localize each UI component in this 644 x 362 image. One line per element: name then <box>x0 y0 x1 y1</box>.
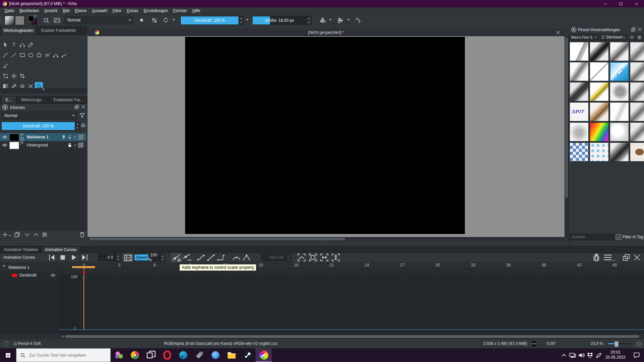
gradient-swatch-button[interactable] <box>5 16 14 25</box>
layer-blend-mode-combobox[interactable]: Normal <box>1 112 77 120</box>
brush-preset-5[interactable] <box>570 62 589 81</box>
menu-datei[interactable]: Datei <box>2 8 17 14</box>
brush-preset-23[interactable] <box>610 142 629 162</box>
docker-lock-icon[interactable] <box>2 104 8 110</box>
menu-ansicht[interactable]: Ansicht <box>42 8 60 14</box>
line-tool[interactable] <box>10 51 18 59</box>
animation-hscrollbar-handle[interactable] <box>65 335 639 338</box>
layer-alpha-icon[interactable]: α <box>72 142 78 148</box>
transform-tool[interactable] <box>1 72 9 80</box>
layer-lock-icon[interactable] <box>67 142 72 148</box>
task-view-app-button[interactable] <box>143 348 159 362</box>
edit-shapes-tool[interactable] <box>18 41 26 49</box>
timeline-ruler[interactable]: 0369121518212427303336394245 <box>60 262 644 268</box>
move-tool[interactable] <box>10 72 18 80</box>
preset-search-input[interactable] <box>570 234 614 240</box>
bezier-curve-tool[interactable] <box>52 51 60 59</box>
layer-alpha-lock-icon[interactable] <box>78 142 84 148</box>
tab-werkzeugkasten[interactable]: Werkzeugkasten <box>1 26 36 35</box>
keyframe-marker[interactable] <box>83 271 86 274</box>
reload-dropdown[interactable] <box>171 16 176 24</box>
presets-display-mode-button[interactable] <box>636 34 643 41</box>
brush-preset-18[interactable] <box>590 122 609 141</box>
monitor-icon[interactable] <box>569 352 576 359</box>
brush-preset-20[interactable] <box>630 122 644 141</box>
zoom-horizontal-button[interactable] <box>320 253 329 261</box>
polygon-tool[interactable] <box>35 51 43 59</box>
brush-preset-12[interactable] <box>630 82 644 101</box>
layer-alpha-icon[interactable]: α <box>72 134 78 140</box>
remove-keyframe-button[interactable] <box>182 253 192 261</box>
rotation-reset-icon[interactable] <box>530 340 538 348</box>
current-frame-spinner[interactable]: ▲▼ <box>115 254 121 262</box>
steam-app-button[interactable] <box>239 348 256 362</box>
move-layer-down-button[interactable] <box>24 232 30 238</box>
keyframe-track[interactable] <box>60 268 644 274</box>
sharp-tangent-button[interactable] <box>242 253 251 261</box>
brush-preset-22[interactable] <box>590 142 609 162</box>
mirror-vertical-button[interactable] <box>335 16 345 24</box>
animation-splitter-handle[interactable]: ······· <box>309 241 342 245</box>
brush-preset-9[interactable] <box>570 82 589 101</box>
brush-preset-chooser-button[interactable] <box>52 16 62 24</box>
krita-app-button[interactable] <box>256 348 272 362</box>
animation-hscrollbar[interactable] <box>0 334 644 339</box>
swap-colors-icon[interactable] <box>34 15 38 19</box>
pen-icon[interactable] <box>595 352 602 359</box>
brush-preset-2[interactable] <box>590 42 609 61</box>
linear-interpolation-button[interactable] <box>207 253 215 261</box>
layer-row-malebene-1[interactable]: Malebene 1α <box>0 133 86 141</box>
eraser-mode-button[interactable] <box>137 16 146 24</box>
brush-preset-4[interactable] <box>630 42 644 61</box>
mirror-horizontal-button[interactable] <box>317 16 327 24</box>
calligraphy-tool[interactable] <box>26 41 35 49</box>
brush-preset-3[interactable] <box>610 42 629 61</box>
bezier-interpolation-button[interactable] <box>197 253 205 261</box>
opera-app-button[interactable] <box>159 348 175 362</box>
foreground-background-color-selector[interactable] <box>28 16 38 25</box>
brush-preset-10[interactable] <box>590 82 609 101</box>
canvas-vscrollbar-handle[interactable] <box>565 38 568 198</box>
brush-preset-21[interactable] <box>570 142 589 162</box>
menu-auswahl[interactable]: Auswahl <box>89 8 110 14</box>
taskbar-search-box[interactable] <box>16 348 111 362</box>
canvas-hscrollbar-handle[interactable] <box>90 238 345 240</box>
brush-preset-16[interactable] <box>630 102 644 121</box>
zoom-to-fit-button[interactable] <box>309 253 317 261</box>
current-frame-spinbox[interactable]: # 0 <box>98 254 115 261</box>
start-button[interactable] <box>0 348 16 362</box>
brush-preset-19[interactable] <box>610 122 629 141</box>
brush-preset-15[interactable] <box>610 102 629 121</box>
scroll-left-arrow[interactable] <box>61 335 63 338</box>
tab-animation-curves[interactable]: Animation Curves <box>42 246 80 253</box>
canvas-viewport[interactable] <box>88 36 565 237</box>
rectangle-tool[interactable] <box>18 51 26 59</box>
add-layer-button[interactable] <box>2 232 8 238</box>
minimize-button[interactable] <box>598 0 613 7</box>
explorer-app-button[interactable] <box>223 348 239 362</box>
menu-hilfe[interactable]: Hilfe <box>190 8 203 14</box>
menu-bild[interactable]: Bild <box>60 8 72 14</box>
animation-layer-row[interactable]: Malebene 1 <box>0 264 60 271</box>
dynamic-brush-tool[interactable] <box>1 61 9 69</box>
freehand-brush-tool[interactable] <box>1 51 9 59</box>
pattern-swatch-button[interactable] <box>15 16 24 25</box>
brush-size-slider[interactable]: Größe: 16,00 px <box>252 16 307 25</box>
layer-opacity-spinner[interactable]: ▲▼ <box>75 122 80 130</box>
mirror-horizontal-dropdown[interactable] <box>328 16 333 24</box>
toolbar-drag-handle[interactable] <box>1 17 3 23</box>
add-scalar-keyframe-button[interactable] <box>172 253 182 262</box>
canvas-hscrollbar[interactable] <box>88 237 565 241</box>
speed-spinner[interactable]: ▲▼ <box>160 254 165 262</box>
brush-preset-8[interactable] <box>630 62 644 81</box>
brush-preset-13[interactable]: SPIT <box>570 102 589 121</box>
taskbar-search-input[interactable] <box>29 352 107 358</box>
pinwheel-app-button[interactable] <box>127 348 143 362</box>
tag-app-button[interactable] <box>191 348 207 362</box>
brush-preset-6[interactable] <box>590 62 609 81</box>
menu-filter[interactable]: Filter <box>110 8 124 14</box>
filter-by-tag-checkbox[interactable] <box>616 234 621 240</box>
layer-visibility-icon[interactable] <box>2 142 7 148</box>
presets-view-menu-button[interactable] <box>629 34 635 41</box>
tab-animation-timeline[interactable]: Animation Timeline <box>1 246 41 253</box>
